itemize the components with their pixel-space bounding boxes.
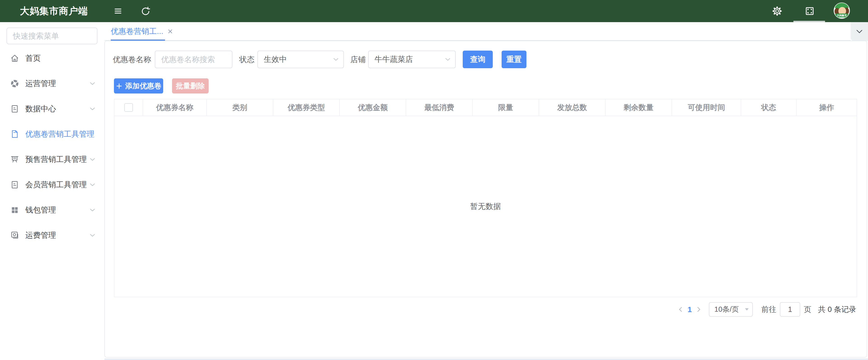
pagination: 1 10条/页 前往 页 共 0 条记录 [677, 302, 856, 317]
query-button[interactable]: 查询 [463, 51, 493, 68]
refresh-icon [141, 6, 151, 16]
gear-icon [772, 6, 782, 17]
hamburger-icon [113, 6, 123, 16]
coupon-name-label: 优惠卷名称 [113, 51, 151, 68]
sidebar-item-label: 预售营销工具管理 [25, 154, 87, 165]
shop-select-value: 牛牛蔬菜店 [369, 54, 413, 65]
goto-label: 前往 [761, 304, 776, 315]
chevron-down-icon [90, 208, 95, 212]
table-header-cell: 优惠金额 [340, 99, 406, 116]
sidebar-item-label: 优惠卷营销工具管理 [25, 129, 94, 139]
table-header-cell: 发放总数 [539, 99, 606, 116]
table-header-cell: 类别 [207, 99, 273, 116]
status-label: 状态 [239, 51, 254, 68]
table-header-cell: 最低消费 [406, 99, 473, 116]
avatar-brand-label: 大妈集市 [835, 13, 849, 18]
chevron-down-icon [856, 29, 863, 34]
sidebar-item-data-center[interactable]: 数据中心 [0, 96, 104, 122]
table-header-cell: 操作 [797, 99, 857, 116]
total-records-text: 共 0 条记录 [818, 304, 856, 315]
shop-label: 店铺 [350, 51, 366, 68]
fullscreen-icon [804, 6, 815, 17]
plus-icon [116, 83, 123, 90]
user-avatar[interactable]: 大妈集市 [834, 2, 850, 19]
table-empty-body: 暂无数据 [114, 116, 857, 297]
table-header-cell: 优惠券类型 [273, 99, 340, 116]
app-root: 大妈集市商户端 大妈集市 首页 [0, 0, 868, 360]
chevron-down-icon [445, 58, 451, 61]
sidebar-item-operations[interactable]: 运营管理 [0, 71, 104, 96]
refresh-button[interactable] [139, 0, 152, 22]
status-select-value: 生效中 [258, 54, 287, 65]
chevron-down-icon [90, 233, 95, 237]
member-doc-icon [10, 180, 20, 190]
sidebar-item-label: 运营管理 [25, 78, 56, 89]
sidebar-item-home[interactable]: 首页 [0, 45, 104, 71]
page-size-value: 10条/页 [709, 304, 739, 315]
sidebar-search-input[interactable] [6, 28, 97, 44]
chevron-right-icon [696, 306, 702, 313]
sidebar: 首页 运营管理 数据中心 优惠卷营销工具管理 预售营销工具管理 [0, 22, 104, 360]
chevron-down-icon [90, 158, 95, 161]
operations-icon [10, 79, 20, 88]
sidebar-item-wallet[interactable]: 钱包管理 [0, 197, 104, 223]
table-header-cell: 可使用时间 [672, 99, 741, 116]
wallet-grid-icon [10, 205, 20, 215]
reset-button[interactable]: 重置 [502, 51, 526, 68]
select-all-cell [114, 99, 143, 116]
tab-coupon-tools[interactable]: 优惠卷营销工... [111, 22, 165, 41]
page-unit-label: 页 [804, 304, 811, 315]
chevron-down-icon [90, 183, 95, 187]
shop-select[interactable]: 牛牛蔬菜店 [368, 51, 456, 68]
sidebar-item-coupon-tools[interactable]: 优惠卷营销工具管理 [0, 122, 104, 147]
sidebar-item-label: 首页 [25, 53, 41, 63]
sidebar-menu: 首页 运营管理 数据中心 优惠卷营销工具管理 预售营销工具管理 [0, 45, 104, 248]
prev-page-button[interactable] [677, 302, 684, 317]
sidebar-item-presale-tools[interactable]: 预售营销工具管理 [0, 147, 104, 172]
sidebar-item-label: 会员营销工具管理 [25, 179, 87, 190]
add-coupon-button[interactable]: 添加优惠卷 [114, 78, 163, 94]
sidebar-toggle-button[interactable] [112, 0, 124, 22]
page-number-1[interactable]: 1 [684, 305, 695, 314]
sidebar-item-label: 钱包管理 [25, 205, 56, 215]
page-size-select[interactable]: 10条/页 [709, 302, 753, 317]
chevron-down-icon [90, 82, 95, 86]
table-header-cell: 限量 [473, 99, 539, 116]
bottom-background-strip [104, 358, 868, 360]
sidebar-item-member-tools[interactable]: 会员营销工具管理 [0, 172, 104, 197]
caret-down-icon [745, 308, 749, 310]
settings-button[interactable] [771, 0, 783, 22]
table-header-cell: 优惠券名称 [143, 99, 207, 116]
chevron-down-icon [333, 58, 339, 61]
next-page-button[interactable] [695, 302, 703, 317]
coupon-table: 优惠券名称 类别 优惠券类型 优惠金额 最低消费 限量 发放总数 剩余数量 可使… [114, 99, 857, 297]
content-card: 优惠卷名称 状态 生效中 店铺 牛牛蔬菜店 查询 重置 添加优惠卷 批量删除 [104, 41, 867, 358]
table-header-cell: 状态 [741, 99, 797, 116]
chevron-down-icon [90, 107, 95, 111]
coupon-name-input[interactable] [155, 51, 232, 68]
table-header-cell: 剩余数量 [606, 99, 672, 116]
goto-page-input[interactable] [780, 302, 800, 317]
tab-close-icon[interactable] [167, 29, 173, 34]
presale-board-icon [10, 155, 20, 164]
sidebar-item-label: 运费管理 [25, 230, 56, 240]
status-select[interactable]: 生效中 [257, 51, 344, 68]
sidebar-item-label: 数据中心 [25, 104, 56, 114]
empty-state-text: 暂无数据 [470, 201, 501, 211]
tabbar-collapse-button[interactable] [850, 22, 868, 41]
freight-icon [10, 231, 20, 240]
app-title: 大妈集市商户端 [20, 0, 88, 22]
fullscreen-button[interactable] [803, 0, 816, 22]
table-header-row: 优惠券名称 类别 优惠券类型 优惠金额 最低消费 限量 发放总数 剩余数量 可使… [114, 99, 857, 116]
tab-label: 优惠卷营销工... [111, 26, 163, 37]
data-center-icon [10, 104, 20, 113]
bulk-delete-button[interactable]: 批量删除 [172, 78, 209, 94]
home-icon [10, 54, 20, 63]
app-header: 大妈集市商户端 大妈集市 [0, 0, 868, 22]
sidebar-item-freight[interactable]: 运费管理 [0, 223, 104, 248]
chevron-left-icon [678, 306, 684, 313]
add-coupon-label: 添加优惠卷 [125, 81, 161, 91]
tab-bar: 优惠卷营销工... [104, 22, 850, 41]
select-all-checkbox[interactable] [124, 103, 133, 112]
coupon-file-icon [10, 129, 20, 139]
